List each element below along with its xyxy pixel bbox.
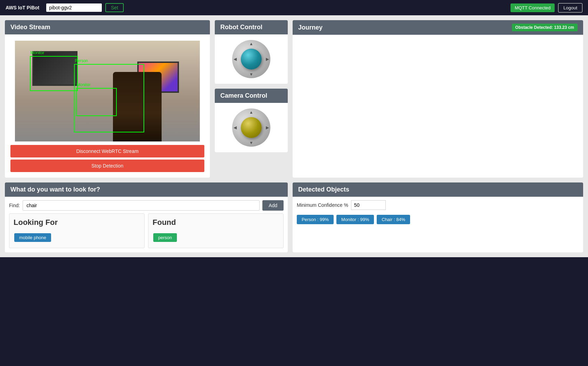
robot-control-title: Robot Control: [220, 24, 262, 31]
bot-name-input[interactable]: [46, 3, 102, 12]
find-columns: Looking For mobile phone Found person: [5, 213, 288, 252]
logout-button[interactable]: Logout: [558, 3, 582, 13]
detection-label-person: Person: [75, 58, 88, 63]
robot-control-panel: Robot Control ▲ ▼ ◀ ▶: [215, 20, 288, 84]
top-nav: AWS IoT PiBot Set MQTT Connected Logout: [0, 0, 588, 15]
camera-joystick-container: ▲ ▼ ◀ ▶: [215, 103, 288, 152]
robot-joystick-ring[interactable]: ▲ ▼ ◀ ▶: [232, 40, 270, 78]
add-button[interactable]: Add: [262, 200, 284, 211]
detected-tag-2[interactable]: Chair : 84%: [377, 215, 410, 224]
detection-label-monitor-1: Monitor: [31, 50, 44, 55]
find-input[interactable]: [23, 200, 260, 211]
video-buttons: Disconnect WebRTC Stream Stop Detection: [8, 145, 207, 175]
detection-label-monitor-2: Monitor: [77, 82, 91, 87]
detected-objects-header: Detected Objects: [293, 182, 583, 197]
confidence-row: Minimum Confidence %: [293, 197, 583, 213]
found-item-0[interactable]: person: [153, 233, 177, 242]
video-stream-title: Video Stream: [10, 24, 50, 31]
cam-arrow-right-icon: ▶: [266, 125, 269, 130]
stop-detection-button[interactable]: Stop Detection: [10, 160, 204, 172]
detected-tags: Person : 99% Monitor : 99% Chair : 84%: [293, 213, 583, 228]
camera-control-title: Camera Control: [220, 92, 267, 99]
confidence-label: Minimum Confidence %: [297, 202, 348, 208]
find-panel-title: What do you want to look for?: [10, 186, 100, 193]
arrow-right-icon: ▶: [266, 57, 269, 62]
video-stream-header: Video Stream: [5, 20, 210, 34]
looking-for-column: Looking For mobile phone: [9, 213, 145, 248]
found-column: Found person: [148, 213, 284, 248]
detection-box-monitor-1: Monitor: [30, 56, 78, 91]
detected-tag-1[interactable]: Monitor : 99%: [336, 215, 374, 224]
robot-joystick-ball[interactable]: [241, 49, 262, 70]
camera-control-panel: Camera Control ▲ ▼ ◀ ▶: [215, 89, 288, 152]
arrow-left-icon: ◀: [234, 57, 237, 62]
detected-objects-panel: Detected Objects Minimum Confidence % Pe…: [293, 182, 583, 252]
cam-arrow-down-icon: ▼: [249, 140, 253, 145]
video-container: Monitor Person Monitor: [15, 41, 200, 141]
robot-joystick[interactable]: ▲ ▼ ◀ ▶: [232, 40, 270, 78]
find-panel-header: What do you want to look for?: [5, 182, 288, 197]
find-row: Find: Add: [5, 197, 288, 213]
camera-joystick-ring[interactable]: ▲ ▼ ◀ ▶: [232, 108, 270, 147]
cam-arrow-up-icon: ▲: [249, 110, 253, 115]
journey-panel: Journey Obstacle Detected: 133.23 cm: [293, 20, 583, 178]
robot-joystick-container: ▲ ▼ ◀ ▶: [215, 34, 288, 84]
brand-label: AWS IoT PiBot: [6, 5, 39, 10]
camera-joystick[interactable]: ▲ ▼ ◀ ▶: [232, 108, 270, 147]
arrow-up-icon: ▲: [249, 41, 253, 46]
main-content: Video Stream Monitor Person: [0, 15, 588, 257]
set-button[interactable]: Set: [105, 3, 124, 12]
detected-objects-title: Detected Objects: [298, 186, 349, 193]
disconnect-webrtc-button[interactable]: Disconnect WebRTC Stream: [10, 145, 204, 157]
detected-tag-0[interactable]: Person : 99%: [297, 215, 334, 224]
detection-box-monitor-2: Monitor: [76, 88, 117, 116]
confidence-input[interactable]: [351, 200, 386, 210]
obstacle-badge: Obstacle Detected: 133.23 cm: [512, 24, 578, 31]
journey-title: Journey: [298, 24, 322, 31]
journey-header: Journey Obstacle Detected: 133.23 cm: [293, 20, 583, 35]
robot-control-header: Robot Control: [215, 20, 288, 34]
find-label: Find:: [9, 203, 20, 208]
camera-control-header: Camera Control: [215, 89, 288, 103]
cam-arrow-left-icon: ◀: [234, 125, 237, 130]
video-scene: Monitor Person Monitor: [15, 41, 200, 141]
arrow-down-icon: ▼: [249, 72, 253, 77]
video-stream-panel: Video Stream Monitor Person: [5, 20, 210, 178]
looking-for-title: Looking For: [14, 218, 140, 227]
camera-joystick-ball[interactable]: [241, 117, 262, 138]
found-title: Found: [153, 218, 279, 227]
find-panel: What do you want to look for? Find: Add …: [5, 182, 288, 252]
mqtt-status-badge: MQTT Connected: [511, 3, 555, 12]
looking-for-item-0[interactable]: mobile phone: [14, 233, 51, 242]
journey-body: [293, 35, 583, 174]
control-column: Robot Control ▲ ▼ ◀ ▶ Camera Control: [215, 20, 288, 178]
